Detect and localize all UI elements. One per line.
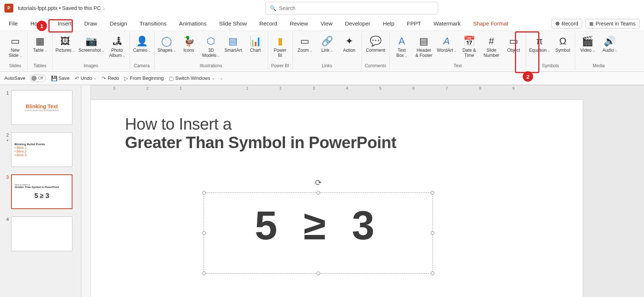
link-button[interactable]: 🔗Link xyxy=(318,33,336,53)
teams-icon: ▦ xyxy=(589,21,593,26)
group-label-comments: Comments xyxy=(365,62,386,69)
save-button[interactable]: 💾Save xyxy=(51,75,70,81)
resize-handle[interactable] xyxy=(431,231,434,235)
group-label-media: Media xyxy=(593,62,605,69)
group-label-slides: Slides xyxy=(9,62,21,69)
qat-overflow[interactable]: ⌄ xyxy=(220,76,223,80)
tab-view[interactable]: View xyxy=(318,20,335,27)
cameo-button[interactable]: 👤Cameo xyxy=(133,33,151,53)
resize-handle[interactable] xyxy=(202,191,206,195)
equation-button[interactable]: πEquation xyxy=(529,33,550,53)
tab-draw[interactable]: Draw xyxy=(82,20,99,27)
slide-thumbnail-3[interactable]: How to Insert a Greater Than Symbol in P… xyxy=(11,174,72,209)
zoom-button[interactable]: ▭Zoom xyxy=(296,33,314,53)
textbox-button[interactable]: ATextBox xyxy=(393,33,411,58)
new-slide-button[interactable]: ▭NewSlide xyxy=(6,33,24,58)
redo-button[interactable]: ↷Redo xyxy=(102,75,119,81)
group-label-images: Images xyxy=(84,62,98,69)
resize-handle[interactable] xyxy=(431,191,434,195)
autosave-toggle[interactable]: Off xyxy=(30,75,45,82)
slide-thumbnail-4[interactable] xyxy=(11,216,72,251)
tab-file[interactable]: File xyxy=(7,20,20,27)
3d-models-button[interactable]: ⬡3DModels xyxy=(202,33,220,58)
search-input[interactable] xyxy=(279,5,433,11)
slide-thumbnail-2[interactable]: Blinking Bullet Points • Blink 1 • Blink… xyxy=(11,132,72,167)
powerbi-button[interactable]: ▮PowerBI xyxy=(271,33,289,58)
tab-fppt[interactable]: FPPT xyxy=(405,20,423,27)
table-button[interactable]: ▦Table xyxy=(31,33,49,53)
group-images: 🖼Pictures 📷Screenshot 🏞PhotoAlbum Images xyxy=(52,33,130,70)
resize-handle[interactable] xyxy=(316,191,320,195)
wordart-button[interactable]: AWordArt xyxy=(437,33,457,53)
photo-album-button[interactable]: 🏞PhotoAlbum xyxy=(108,33,126,58)
tab-animations[interactable]: Animations xyxy=(177,20,209,27)
comment-button[interactable]: 💬Comment xyxy=(366,33,385,53)
title-bar: P tutorials-fppt.pptx • Saved to this PC… xyxy=(0,0,644,16)
selected-textbox[interactable]: ⟳ 5 ≥ 3 xyxy=(204,192,433,274)
tab-home[interactable]: Home xyxy=(28,20,47,27)
resize-handle[interactable] xyxy=(202,272,206,275)
chart-button[interactable]: 📊Chart xyxy=(246,33,265,53)
thumb-number: 1 xyxy=(4,90,9,125)
object-button[interactable]: ▭Object xyxy=(504,33,523,53)
thumb-bullet: • Blink 2 xyxy=(14,150,69,153)
tab-record[interactable]: Record xyxy=(257,20,279,27)
icons-button[interactable]: 🦆Icons xyxy=(180,33,198,53)
undo-button[interactable]: ↶Undo⌄ xyxy=(75,75,96,81)
switch-windows-button[interactable]: ▢Switch Windows⌄ xyxy=(169,75,215,81)
tab-developer[interactable]: Developer xyxy=(343,20,372,27)
3d-icon: ⬡ xyxy=(205,35,217,47)
slide-title[interactable]: How to Insert a Greater Than Symbol in P… xyxy=(125,115,549,152)
textbox-icon: A xyxy=(396,35,408,47)
tab-transitions[interactable]: Transitions xyxy=(137,20,169,27)
resize-handle[interactable] xyxy=(431,272,434,275)
tab-slideshow[interactable]: Slide Show xyxy=(217,20,249,27)
equation-icon: π xyxy=(533,35,546,47)
datetime-button[interactable]: 📅Date &Time xyxy=(460,33,478,58)
textbox-content[interactable]: 5 ≥ 3 xyxy=(204,193,433,258)
document-title[interactable]: tutorials-fppt.pptx • Saved to this PC ⌄ xyxy=(18,5,105,11)
search-box[interactable]: 🔍 xyxy=(265,2,438,14)
wordart-icon: A xyxy=(440,35,453,47)
title-line-1: How to Insert a xyxy=(125,115,231,133)
pictures-button[interactable]: 🖼Pictures xyxy=(55,33,75,53)
action-button[interactable]: ✦Action xyxy=(340,33,359,53)
audio-button[interactable]: 🔊Audio xyxy=(600,33,619,53)
group-comments: 💬Comment Comments xyxy=(362,33,390,70)
table-icon: ▦ xyxy=(34,35,46,47)
thumb-number: 2 xyxy=(4,132,9,138)
tab-help[interactable]: Help xyxy=(381,20,397,27)
chevron-down-icon[interactable]: ⌄ xyxy=(94,76,96,80)
slide-thumbnails-panel[interactable]: 1 Blinking Text HOW TO BLINK TEXT IN POW… xyxy=(0,85,81,297)
screenshot-icon: 📷 xyxy=(85,35,98,47)
symbol-button[interactable]: ΩSymbol xyxy=(553,33,572,53)
tab-review[interactable]: Review xyxy=(288,20,310,27)
chevron-down-icon[interactable]: ⌄ xyxy=(102,6,105,10)
tab-shape-format[interactable]: Shape Format xyxy=(471,20,511,27)
header-footer-button[interactable]: ▤Header& Footer xyxy=(415,33,433,58)
action-icon: ✦ xyxy=(343,35,356,47)
datetime-icon: 📅 xyxy=(463,35,475,47)
resize-handle[interactable] xyxy=(316,272,320,275)
slide-canvas[interactable]: How to Insert a Greater Than Symbol in P… xyxy=(91,85,644,297)
vertical-ruler[interactable] xyxy=(81,85,91,297)
video-button[interactable]: 🎬Video xyxy=(578,33,597,53)
record-button[interactable]: Record xyxy=(552,19,582,28)
tab-insert[interactable]: Insert xyxy=(55,20,74,27)
from-beginning-button[interactable]: ▷From Beginning xyxy=(124,75,164,81)
present-in-teams-button[interactable]: ▦Present in Teams xyxy=(585,19,640,28)
object-icon: ▭ xyxy=(507,35,520,47)
slide[interactable]: How to Insert a Greater Than Symbol in P… xyxy=(91,100,583,297)
tab-design[interactable]: Design xyxy=(108,20,129,27)
thumb-subtitle: HOW TO BLINK TEXT IN POWERPOINT xyxy=(14,109,69,112)
resize-handle[interactable] xyxy=(202,231,206,235)
shapes-button[interactable]: ◯Shapes xyxy=(157,33,176,53)
rotate-handle-icon[interactable]: ⟳ xyxy=(315,178,322,188)
smartart-button[interactable]: ▤SmartArt xyxy=(224,33,243,53)
screenshot-button[interactable]: 📷Screenshot xyxy=(78,33,104,53)
autosave-label: AutoSave xyxy=(4,75,25,81)
slidenumber-button[interactable]: #SlideNumber xyxy=(482,33,501,58)
chevron-down-icon[interactable]: ⌄ xyxy=(212,76,215,80)
slide-thumbnail-1[interactable]: Blinking Text HOW TO BLINK TEXT IN POWER… xyxy=(11,90,72,125)
tab-watermark[interactable]: Watermark xyxy=(431,20,463,27)
